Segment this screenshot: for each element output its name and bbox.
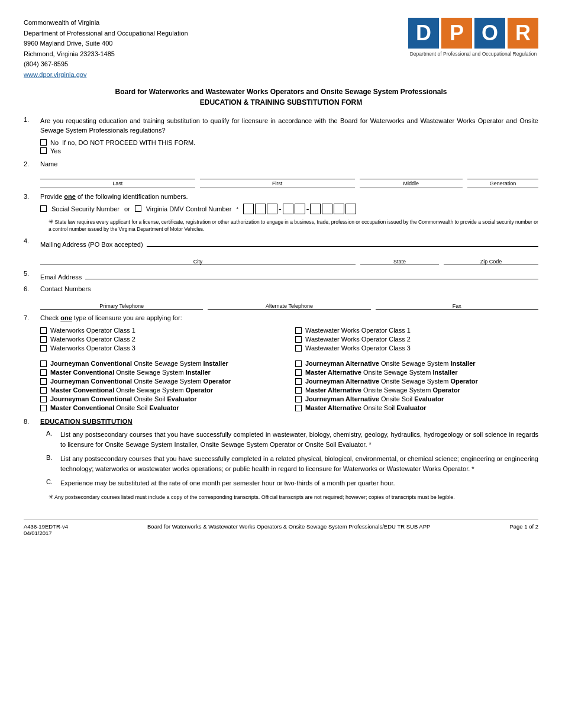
generation-input[interactable] bbox=[467, 170, 538, 179]
ssn-box-5[interactable] bbox=[295, 204, 305, 214]
state-label: State bbox=[360, 259, 439, 265]
q8-title: EDUCATION SUBSTITUTION bbox=[40, 418, 538, 425]
q1-yes-checkbox[interactable] bbox=[40, 147, 47, 154]
primary-phone-input[interactable] bbox=[40, 294, 203, 303]
header-address: Commonwealth of Virginia Department of P… bbox=[24, 18, 188, 80]
q6-label-text: Contact Numbers bbox=[40, 285, 91, 292]
ww-op-2-checkbox[interactable] bbox=[40, 336, 47, 343]
question-7: 7. Check one type of licensure you are a… bbox=[24, 314, 538, 413]
wwww-op-2-checkbox[interactable] bbox=[295, 336, 302, 343]
logo-subtitle: Department of Professional and Occupatio… bbox=[408, 51, 538, 57]
q5-label-text: Email Address bbox=[40, 273, 82, 281]
q3-one: one bbox=[64, 193, 76, 200]
dmv-checkbox[interactable] bbox=[135, 205, 141, 212]
wwww-op-2-label: Wastewater Works Operator Class 2 bbox=[305, 336, 411, 343]
mc-operator-checkbox[interactable] bbox=[40, 387, 47, 394]
list-item: Master Alternative Onsite Sewage System … bbox=[295, 369, 538, 376]
jc-evaluator-checkbox[interactable] bbox=[40, 396, 47, 402]
question-2: 2. Name Last First Middle Generation bbox=[24, 160, 538, 188]
list-item: Journeyman Conventional Onsite Sewage Sy… bbox=[40, 360, 283, 367]
ssn-dash-2: - bbox=[306, 204, 309, 214]
mc-installer-checkbox[interactable] bbox=[40, 369, 47, 376]
state-input[interactable] bbox=[360, 249, 439, 259]
list-item: Master Alternative Onsite Soil Evaluator bbox=[295, 404, 538, 411]
jc-installer-checkbox[interactable] bbox=[40, 360, 47, 367]
ssn-box-8[interactable] bbox=[334, 204, 344, 214]
or-label: or bbox=[124, 205, 130, 212]
ssn-box-9[interactable] bbox=[345, 204, 356, 214]
ja-operator-label: Journeyman Alternative Onsite Sewage Sys… bbox=[305, 378, 478, 385]
q7-one: one bbox=[60, 314, 72, 321]
mc-operator-label: Master Conventional Onsite Sewage System… bbox=[50, 386, 213, 394]
list-item: Master Conventional Onsite Sewage System… bbox=[40, 386, 283, 394]
list-item: Wastewater Works Operator Class 2 bbox=[295, 336, 538, 343]
ww-op-3-label: Waterworks Operator Class 3 bbox=[50, 344, 135, 352]
middle-name-input[interactable] bbox=[360, 170, 463, 179]
org-link[interactable]: www.dpor.virginia.gov bbox=[24, 71, 86, 78]
mc-evaluator-label: Master Conventional Onsite Soil Evaluato… bbox=[50, 404, 179, 411]
q8-C-text: Experience may be substituted at the rat… bbox=[60, 478, 538, 488]
city-input[interactable] bbox=[40, 249, 356, 259]
ja-installer-checkbox[interactable] bbox=[295, 360, 302, 367]
wwww-op-1-checkbox[interactable] bbox=[295, 327, 302, 334]
form-title: EDUCATION & TRAINING SUBSTITUTION FORM bbox=[24, 98, 538, 107]
ssn-box-3[interactable] bbox=[267, 204, 277, 214]
list-item: Journeyman Alternative Onsite Sewage Sys… bbox=[295, 360, 538, 367]
jc-installer-label: Journeyman Conventional Onsite Sewage Sy… bbox=[50, 360, 228, 367]
licensure-col-left: Waterworks Operator Class 1 Waterworks O… bbox=[40, 325, 283, 353]
ssn-box-1[interactable] bbox=[243, 204, 254, 214]
board-title: Board for Waterworks and Wastewater Work… bbox=[24, 88, 538, 96]
q8-A-letter: A. bbox=[46, 430, 56, 449]
alternate-phone-input[interactable] bbox=[208, 294, 370, 303]
middle-label: Middle bbox=[360, 181, 463, 186]
ssn-row: Social Security Number or Virginia DMV C… bbox=[40, 204, 538, 214]
footer-center: Board for Waterworks & Wastewater Works … bbox=[147, 523, 430, 536]
address-input[interactable] bbox=[147, 237, 538, 247]
ssn-box-6[interactable] bbox=[310, 204, 321, 214]
q8-C-letter: C. bbox=[46, 478, 56, 488]
ssn-box-7[interactable] bbox=[322, 204, 332, 214]
question-1: 1. Are you requesting education and trai… bbox=[24, 116, 538, 156]
wwww-op-3-checkbox[interactable] bbox=[295, 345, 302, 352]
q8-B-letter: B. bbox=[46, 454, 56, 473]
last-name-input[interactable] bbox=[40, 170, 195, 179]
org-line3: 9960 Mayland Drive, Suite 400 bbox=[24, 38, 188, 49]
ma-operator-checkbox[interactable] bbox=[295, 387, 302, 394]
ssn-box-4[interactable] bbox=[283, 204, 293, 214]
q3-number: 3. bbox=[24, 193, 34, 233]
fax-input[interactable] bbox=[376, 294, 538, 303]
list-item: Waterworks Operator Class 3 bbox=[40, 344, 283, 352]
dmv-label: Virginia DMV Control Number bbox=[146, 205, 232, 212]
q2-number: 2. bbox=[24, 160, 34, 188]
ssn-asterisk-note: ✳ State law requires every applicant for… bbox=[49, 218, 538, 233]
question-3: 3. Provide one of the following identifi… bbox=[24, 193, 538, 233]
q4-label-text: Mailing Address (PO Box accepted) bbox=[40, 241, 143, 248]
q1-no-checkbox[interactable] bbox=[40, 139, 47, 146]
q1-text: Are you requesting education and trainin… bbox=[40, 116, 538, 136]
q8-A-text: List any postsecondary courses that you … bbox=[60, 430, 538, 449]
q8-footnote: ✳ Any postsecondary courses listed must … bbox=[40, 493, 538, 501]
wwww-op-3-label: Wastewater Works Operator Class 3 bbox=[305, 344, 411, 352]
q1-number: 1. bbox=[24, 116, 34, 156]
org-line4: Richmond, Virginia 23233-1485 bbox=[24, 49, 188, 60]
logo-P-icon: P bbox=[441, 18, 472, 49]
ww-op-3-checkbox[interactable] bbox=[40, 345, 47, 352]
first-name-input[interactable] bbox=[200, 170, 355, 179]
ssn-checkbox[interactable] bbox=[40, 205, 47, 212]
email-input[interactable] bbox=[85, 270, 538, 279]
ja-evaluator-checkbox[interactable] bbox=[295, 396, 302, 402]
ja-operator-checkbox[interactable] bbox=[295, 378, 302, 385]
q1-yes-label: Yes bbox=[50, 147, 61, 154]
zip-input[interactable] bbox=[444, 249, 538, 259]
ww-op-1-checkbox[interactable] bbox=[40, 327, 47, 334]
wwww-op-1-label: Wastewater Works Operator Class 1 bbox=[305, 327, 411, 334]
ma-installer-checkbox[interactable] bbox=[295, 369, 302, 376]
jc-operator-checkbox[interactable] bbox=[40, 378, 47, 385]
mc-evaluator-checkbox[interactable] bbox=[40, 405, 47, 411]
ma-evaluator-checkbox[interactable] bbox=[295, 405, 302, 411]
fax-label: Fax bbox=[376, 303, 538, 309]
q8-B: B. List any postsecondary courses that y… bbox=[40, 454, 538, 473]
ssn-box-2[interactable] bbox=[255, 204, 266, 214]
q3-text-row: Provide one of the following identificat… bbox=[40, 193, 538, 200]
ssn-dash-1: - bbox=[279, 204, 282, 214]
